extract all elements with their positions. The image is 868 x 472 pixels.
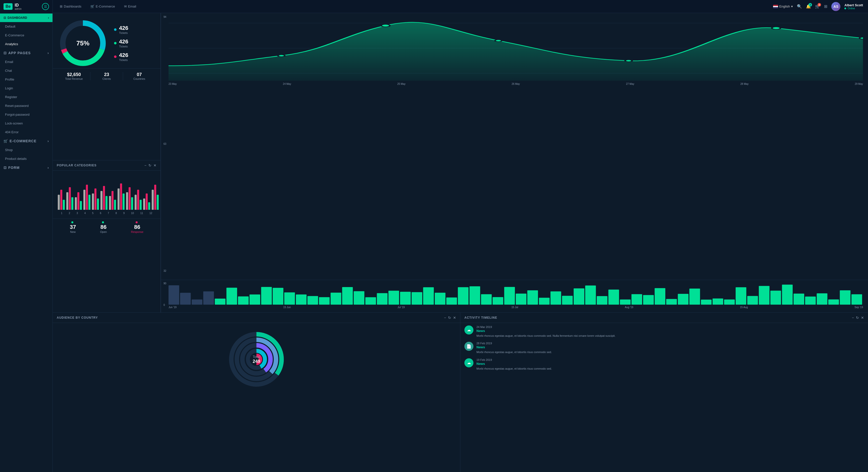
nav-dashboards[interactable]: ⊞ Dashboards <box>58 3 83 9</box>
bar-num-11: 11 <box>140 212 143 214</box>
activity-close-button[interactable]: ✕ <box>861 316 864 320</box>
bar-num-2: 2 <box>69 212 70 214</box>
sidebar-item-forgot-password[interactable]: Forgot-password <box>0 110 53 119</box>
x-label-4: 27 May <box>626 82 634 85</box>
dashboard-chevron-icon: › <box>48 16 49 20</box>
sidebar-toggle-button[interactable]: ☰ <box>42 3 49 10</box>
sidebar-item-label: Forgot-password <box>5 113 30 116</box>
bar-chart-bar-25 <box>458 287 469 305</box>
timeline-title-0: News <box>476 329 864 333</box>
dashboard-section-header[interactable]: ⊡ DASHBOARD › <box>0 13 53 22</box>
timeline-text-2: Morbi rhoncus egestas augue, et lobortis… <box>476 367 864 371</box>
activity-minimize-button[interactable]: − <box>852 316 854 320</box>
notifications-button[interactable]: 🔔 3 <box>806 4 811 9</box>
activity-refresh-button[interactable]: ↻ <box>856 316 859 320</box>
popular-categories-stats: 37 New 86 Open 86 Response <box>53 218 160 236</box>
country-donut-center: Total 249 <box>253 355 260 364</box>
sidebar-item-profile[interactable]: Profile <box>0 75 53 84</box>
sidebar-logo: Be ID admin ☰ <box>0 0 53 13</box>
bar-x-labels: Jun '19 15 Jun Jul '19 15 Jul Aug '19 15… <box>168 306 863 309</box>
dashboard-nav-icon: ⊞ <box>60 4 63 8</box>
sidebar-item-label: Shop <box>5 148 12 152</box>
activity-title: ACTIVITY TIMELINE <box>464 316 497 319</box>
popular-categories-panel: POPULAR CATEGORIES − ↻ ✕ 123456789101112 <box>53 160 161 312</box>
bar-chart-bar-36 <box>585 285 596 304</box>
bar-9-2 <box>131 197 133 210</box>
bar-9-0 <box>126 192 128 210</box>
ticket-dot-pink <box>114 56 117 58</box>
x-label-1: 24 May <box>283 82 291 85</box>
form-section-header[interactable]: ⊡ FORM › <box>0 163 53 172</box>
bar-chart-bar-48 <box>724 299 735 305</box>
bar-chart-bar-59 <box>851 294 862 304</box>
content-area: 75% 426 Tickets 426 <box>53 13 868 472</box>
sidebar-item-analytics[interactable]: Analytics <box>0 40 53 48</box>
bar-chart-bar-20 <box>400 292 411 304</box>
stats-row: $2,650 Total Revenue 23 Clients 07 Count… <box>53 68 160 84</box>
sidebar-item-product-details[interactable]: Product details <box>0 154 53 163</box>
sidebar-item-label: Product details <box>5 157 27 161</box>
x-label-6: 29 May <box>855 82 863 85</box>
tickets-panel: 75% 426 Tickets 426 <box>53 13 161 160</box>
svg-point-7 <box>278 55 285 57</box>
ecommerce-section-header[interactable]: 🛒 E-COMMERCE › <box>0 136 53 145</box>
ticket-dot-cyan <box>114 28 117 31</box>
activity-header: ACTIVITY TIMELINE − ↻ ✕ <box>460 313 868 323</box>
sidebar-item-default[interactable]: Default <box>0 22 53 31</box>
sidebar-item-label: Profile <box>5 77 14 81</box>
sidebar-item-lock-screen[interactable]: Lock-screen <box>0 119 53 128</box>
svg-point-12 <box>860 37 863 39</box>
audience-close-button[interactable]: ✕ <box>453 316 456 320</box>
timeline-item-2: ☁ 19 Feb 2019 News Morbi rhoncus egestas… <box>464 358 864 371</box>
audience-header: AUDIENCE BY COUNTRY − ↻ ✕ <box>53 313 460 323</box>
sidebar-item-login[interactable]: Login <box>0 84 53 93</box>
bar-7-2 <box>114 200 116 210</box>
bar-chart-bar-12 <box>307 296 318 304</box>
sidebar: Be ID admin ☰ ⊡ DASHBOARD › Default E-Co… <box>0 0 53 472</box>
navbar-right: English ▾ 🔍 🔔 3 🛒 2 ⊞ AS Albert Scott On… <box>773 2 863 11</box>
user-avatar: AS <box>831 2 840 11</box>
stat-new: 37 New <box>70 221 76 233</box>
stat-revenue: $2,650 Total Revenue <box>58 72 90 80</box>
sidebar-item-chat[interactable]: Chat <box>0 66 53 75</box>
logo-admin: admin <box>14 7 21 10</box>
bar-chart-bar-33 <box>551 291 561 305</box>
bar-chart-bar-51 <box>759 286 770 305</box>
timeline-date-2: 19 Feb 2019 <box>476 358 864 361</box>
refresh-button[interactable]: ↻ <box>149 163 151 167</box>
bar-group-8 <box>118 183 125 210</box>
stat-open-value: 86 <box>100 224 107 230</box>
sidebar-item-404[interactable]: 404 Error <box>0 128 53 136</box>
bar-nums: 123456789101112 <box>58 212 155 214</box>
x-label-3: 26 May <box>512 82 520 85</box>
nav-ecommerce[interactable]: 🛒 E-Commerce <box>88 3 117 9</box>
cart-button[interactable]: 🛒 2 <box>815 4 820 9</box>
sidebar-item-register[interactable]: Register <box>0 93 53 101</box>
bar-5-0 <box>92 194 94 210</box>
ecommerce-label: E-COMMERCE <box>9 139 36 143</box>
ticket-row-cyan: 426 Tickets <box>114 25 128 34</box>
nav-email[interactable]: ✉ Email <box>122 3 138 9</box>
cart-nav-icon: 🛒 <box>90 4 94 8</box>
sidebar-item-shop[interactable]: Shop <box>0 145 53 154</box>
timeline: ☁ 24 Mar 2019 News Morbi rhoncus egestas… <box>460 323 868 377</box>
stat-new-value: 37 <box>70 224 76 230</box>
sidebar-item-email[interactable]: Email <box>0 58 53 66</box>
search-button[interactable]: 🔍 <box>797 4 802 9</box>
bar-group-7 <box>109 191 116 210</box>
bar-chart-bar-45 <box>689 289 700 305</box>
bar-2-0 <box>66 192 68 210</box>
sidebar-item-reset-password[interactable]: Reset-password <box>0 101 53 110</box>
app-pages-section-header[interactable]: ⊡ APP PAGES › <box>0 48 53 58</box>
minimize-button[interactable]: − <box>145 163 147 167</box>
audience-refresh-button[interactable]: ↻ <box>448 316 451 320</box>
stat-countries-label: Countries <box>123 77 155 80</box>
sidebar-item-ecommerce[interactable]: E-Commerce <box>0 31 53 40</box>
audience-minimize-button[interactable]: − <box>444 316 446 320</box>
grid-button[interactable]: ⊞ <box>824 4 827 9</box>
language-selector[interactable]: English ▾ <box>773 4 793 8</box>
bar-chart-bar-56 <box>817 293 828 305</box>
bar-3-1 <box>78 192 80 210</box>
close-button[interactable]: ✕ <box>153 163 156 167</box>
svg-point-10 <box>625 60 632 62</box>
